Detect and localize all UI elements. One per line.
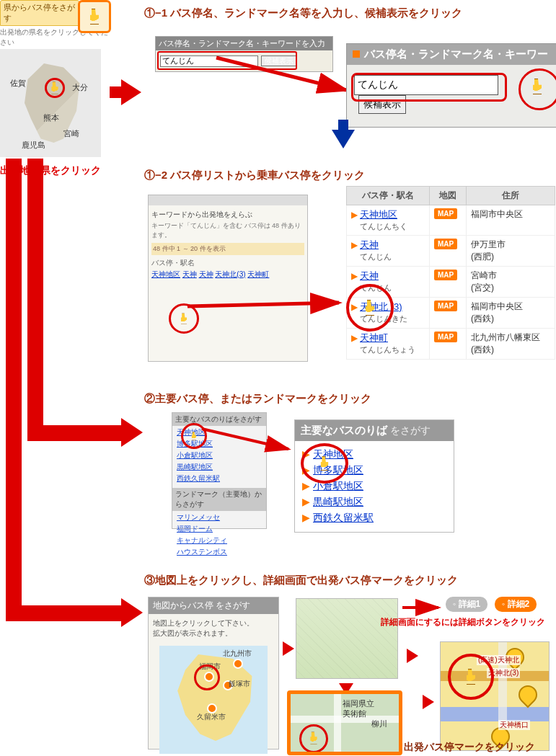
pref-kagoshima[interactable]: 鹿児島 <box>22 140 45 151</box>
pref-miyazaki[interactable]: 宮崎 <box>63 128 79 139</box>
arrow-down-blue <box>332 123 355 156</box>
major-stop-link[interactable]: 西鉄久留米駅 <box>313 512 374 523</box>
busstop-link[interactable]: 天神地区 <box>360 209 397 220</box>
step3-detail-map[interactable]: (高速)天神北 天神北(3) 天神橋口 <box>440 641 550 751</box>
step3-fukuoka-map[interactable]: 福岡市 北九州市 飯塚市 久留米市 <box>159 646 268 754</box>
highlight-circle-step2-big <box>301 443 348 484</box>
busstop-yomi: てんじんちょう <box>360 344 425 355</box>
arrow-small-right-3 <box>423 695 434 709</box>
busstop-addr: 福岡市中央区 (西鉄) <box>467 298 555 329</box>
pref-kumamoto[interactable]: 熊本 <box>43 112 59 123</box>
step2-mini-landmark-link[interactable]: マリンメッセ <box>177 512 262 522</box>
zoom-label-yanagawa: 柳川 <box>371 719 387 729</box>
step3-top-row: ◦ 詳細1 ◦ 詳細2 詳細画面にするには詳細ボタンをクリック <box>402 597 545 628</box>
busstop-link[interactable]: 天神 <box>360 270 379 281</box>
map-badge[interactable]: MAP <box>434 208 457 219</box>
big-search-header: バス停名・ランドマーク名・キーワー <box>347 44 556 65</box>
busstop-yomi: てんじんちく <box>360 221 425 232</box>
map-badge[interactable]: MAP <box>434 239 457 249</box>
mini-list-item[interactable]: 天神地区 <box>151 270 180 278</box>
table-row: ▶天神町てんじんちょう MAP 北九州市八幡東区 (西鉄) <box>347 329 555 360</box>
step2-big-panel: 主要なバスのりばをさがす ▶天神地区 ▶博多駅地区 ▶小倉駅地区 ▶黒崎駅地区 … <box>294 419 454 533</box>
step3-note2: 出発バス停マークをクリック <box>404 741 535 754</box>
mini-list-item[interactable]: 天神 <box>199 270 213 278</box>
mini-list-title: キーワードから出発地をえらぶ <box>151 210 304 220</box>
arrow-small-right-2 <box>407 649 418 663</box>
busstop-link[interactable]: 天神町 <box>360 332 388 343</box>
arrow-to-step1 <box>121 79 141 105</box>
prefecture-caption: 出発地の県をクリック <box>0 164 108 177</box>
city-kurume[interactable]: 久留米市 <box>197 712 226 722</box>
busstop-table: バス停・駅名 地図 住所 ▶天神地区てんじんちく MAP 福岡市中央区 ▶天神て… <box>346 186 555 360</box>
map-badge[interactable]: MAP <box>434 270 457 280</box>
svg-line-0 <box>216 58 346 90</box>
city-iizuka[interactable]: 飯塚市 <box>229 679 250 689</box>
step2-mini-link[interactable]: 黒崎駅地区 <box>177 462 262 472</box>
col-map: 地図 <box>430 187 467 205</box>
step2-big-title: 主要なバスのりばをさがす <box>295 420 454 441</box>
step3-map-text: 地図上をクリックして下さい。 拡大図が表示されます。 <box>149 614 278 643</box>
table-row: ▶天神てんじん MAP 伊万里市 (西肥) <box>347 236 555 267</box>
svg-line-2 <box>202 429 288 449</box>
mini-search-header: バス停名・ランドマーク名・キーワードを入力 <box>156 37 332 50</box>
busstop-addr: 宮崎市 (宮交) <box>467 267 555 298</box>
busstop-addr: 北九州市八幡東区 (西鉄) <box>467 329 555 360</box>
mini-list-col: バス停・駅名 <box>151 258 304 268</box>
step2-mini-landmark-link[interactable]: 福岡ドーム <box>177 524 262 534</box>
detail-stop-label: 天神橋口 <box>498 720 530 730</box>
major-stop-link[interactable]: 黒崎駅地区 <box>313 496 363 507</box>
pref-oita[interactable]: 大分 <box>72 82 88 93</box>
map-badge[interactable]: MAP <box>434 301 457 311</box>
map-badge[interactable]: MAP <box>434 332 457 342</box>
arrow-small-right-1 <box>283 641 294 656</box>
highlight-overview-circle <box>322 639 344 661</box>
step2-heading: ②主要バス停、またはランドマークをクリック <box>144 389 371 412</box>
step1-2-heading: ①−2 バス停リストから乗車バス停をクリック <box>144 166 365 188</box>
cursor-highlight-icon <box>78 0 111 33</box>
highlight-detail-circle <box>448 654 494 700</box>
step2-mini-landmark-title: ランドマーク（主要地）からさがす <box>172 488 266 511</box>
col-addr: 住所 <box>467 187 555 205</box>
mini-list-range: 48 件中 1 ～ 20 件を表示 <box>151 243 304 255</box>
busstop-link[interactable]: 天神 <box>360 239 379 250</box>
step1-1-big-search: バス停名・ランドマーク名・キーワー 候補表示 <box>346 43 555 128</box>
arrow-annotation-2 <box>187 295 353 317</box>
mini-list-item[interactable]: 天神北(3) <box>215 270 245 278</box>
city-kitakyushu[interactable]: 北九州市 <box>223 649 252 659</box>
busstop-yomi: てんじん <box>360 252 425 262</box>
step3-heading: ③地図上をクリックし、詳細画面で出発バス停マークをクリック <box>144 571 458 593</box>
step3-zoom-map[interactable]: 福岡県立 美術館 柳川 <box>287 690 402 755</box>
step2-mini-landmark-link[interactable]: ハウステンボス <box>177 547 262 557</box>
zoom-label-museum: 美術館 <box>343 708 366 719</box>
step3-map-panel: 地図からバス停 をさがす 地図上をクリックして下さい。 拡大図が表示されます。 … <box>148 597 279 750</box>
mini-list-item[interactable]: 天神町 <box>247 270 269 278</box>
busstop-addr: 福岡市中央区 <box>467 205 555 236</box>
highlight-input <box>351 73 507 102</box>
arrow-annotation-3 <box>202 422 303 458</box>
arrow-annotation-1 <box>216 50 361 101</box>
highlight-city-circle <box>194 664 220 690</box>
step2-mini-link[interactable]: 西鉄久留米駅 <box>177 473 262 484</box>
step3-note1: 詳細画面にするには詳細ボタンをクリック <box>381 616 545 628</box>
detail-chip-2[interactable]: ◦ 詳細2 <box>495 597 537 612</box>
mini-list-item[interactable]: 天神 <box>182 270 197 278</box>
highlight-row-circle <box>346 284 394 332</box>
step2-mini-landmark-link[interactable]: キャナルシティ <box>177 535 262 546</box>
mini-list-note: キーワード「てんじん」を含む バス停は 48 件あります。 <box>151 221 304 240</box>
kyushu-map[interactable]: 佐賀 大分 熊本 宮崎 鹿児島 <box>0 49 101 157</box>
zoom-label-pref: 福岡県立 <box>343 698 374 709</box>
detail-chip-1[interactable]: ◦ 詳細1 <box>446 597 487 612</box>
col-name: バス停・駅名 <box>347 187 430 205</box>
cursor-hand-icon <box>530 79 544 94</box>
step3-overview-map[interactable]: ◀ ▶ <box>296 598 398 679</box>
prefecture-selector-panel: 県からバス停をさがす 出発地の県名をクリックしてください 佐賀 大分 熊本 宮崎… <box>0 0 108 177</box>
busstop-addr: 伊万里市 (西肥) <box>467 236 555 267</box>
prefecture-tab[interactable]: 県からバス停をさがす <box>0 0 79 26</box>
map-click-marker <box>45 78 65 98</box>
svg-line-1 <box>187 303 339 306</box>
step3-map-title: 地図からバス停 をさがす <box>149 597 278 614</box>
table-row: ▶天神地区てんじんちく MAP 福岡市中央区 <box>347 205 555 236</box>
step1-1-heading: ①−1 バス停名、ランドマーク名等を入力し、候補表示をクリック <box>144 4 462 26</box>
pref-saga[interactable]: 佐賀 <box>10 78 26 89</box>
step1-2-mini-list: キーワードから出発地をえらぶ キーワード「てんじん」を含む バス停は 48 件あ… <box>148 195 308 362</box>
